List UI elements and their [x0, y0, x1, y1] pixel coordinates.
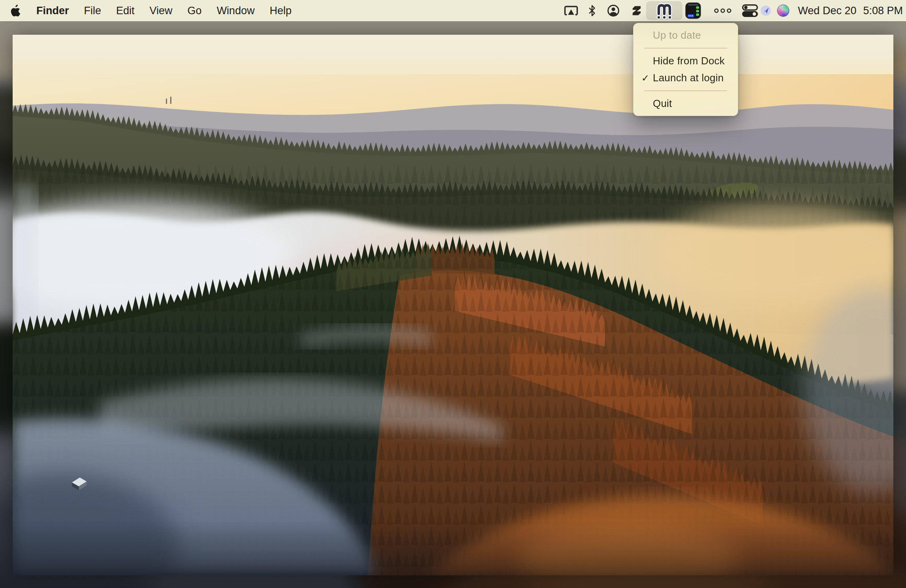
desktop-wallpaper [0, 21, 906, 588]
checkmark-icon: ✓ [641, 69, 649, 86]
control-center-icon[interactable] [742, 0, 758, 21]
bluetooth-icon[interactable] [587, 0, 597, 21]
menu-window[interactable]: Window [209, 0, 262, 21]
apple-logo-icon [10, 5, 21, 17]
status-app-dropdown-menu: Up to date Hide from Dock ✓ Launch at lo… [633, 23, 738, 116]
apple-menu[interactable] [0, 0, 29, 21]
menu-item-quit[interactable]: Quit [633, 95, 738, 112]
menu-separator [644, 48, 727, 49]
menu-item-hide-from-dock[interactable]: Hide from Dock [633, 52, 738, 69]
menu-app-name[interactable]: Finder [29, 0, 77, 21]
menu-file[interactable]: File [77, 0, 109, 21]
menu-view[interactable]: View [142, 0, 180, 21]
menu-item-up-to-date: Up to date [633, 27, 738, 44]
m-app-icon [655, 2, 673, 20]
menu-bar: Finder File Edit View Go Window Help [0, 0, 906, 21]
siri-icon[interactable] [776, 0, 790, 21]
menu-edit[interactable]: Edit [109, 0, 142, 21]
s-app-icon[interactable] [630, 0, 642, 21]
screen-mirroring-icon[interactable] [563, 0, 579, 21]
menu-item-launch-at-login[interactable]: ✓ Launch at login [633, 69, 738, 86]
user-account-icon[interactable] [607, 0, 620, 21]
wallpaper-image [13, 35, 893, 575]
menu-bar-clock[interactable]: Wed Dec 20 5:08 PM [798, 5, 903, 17]
location-icon[interactable] [760, 0, 772, 21]
menu-item-label: Launch at login [653, 72, 724, 84]
m-app-status-item-active[interactable] [646, 1, 682, 20]
menu-separator [644, 90, 727, 91]
menu-help[interactable]: Help [262, 0, 299, 21]
clock-time: 5:08 PM [863, 5, 903, 17]
menu-bar-status-area: Wed Dec 20 5:08 PM [563, 0, 903, 21]
menu-bar-left: Finder File Edit View Go Window Help [0, 0, 299, 21]
clock-date: Wed Dec 20 [798, 5, 856, 17]
menu-go[interactable]: Go [180, 0, 209, 21]
overflow-dots-icon[interactable] [713, 0, 732, 21]
battery-app-icon[interactable] [684, 0, 702, 21]
